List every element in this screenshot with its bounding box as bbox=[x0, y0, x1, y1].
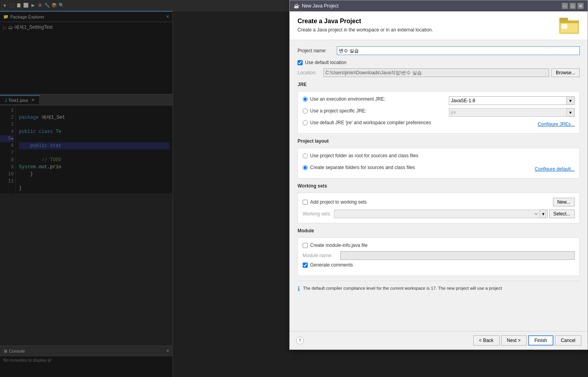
info-row: ℹ The default compiler compliance level … bbox=[298, 281, 580, 296]
location-input[interactable] bbox=[323, 68, 549, 77]
working-sets-input-row: Working sets: ▼ Select... bbox=[303, 210, 575, 218]
jre-specific-container: jre ▼ bbox=[449, 108, 575, 117]
jre-radio2-label: Use a project specific JRE: bbox=[310, 108, 366, 114]
generate-comments-label: Generate comments bbox=[310, 262, 353, 268]
add-working-sets-option: Add project to working sets bbox=[303, 199, 553, 205]
project-name-row: Project name: bbox=[298, 46, 580, 55]
default-location-row: Use default location bbox=[298, 60, 580, 65]
layout-radio2-label: Create separate folders for sources and … bbox=[310, 165, 415, 170]
dialog-header-title: Create a Java Project bbox=[298, 18, 433, 25]
select-working-set-button[interactable]: Select... bbox=[549, 210, 575, 218]
layout-radio2[interactable] bbox=[303, 165, 308, 170]
jre-radio1[interactable] bbox=[303, 97, 308, 102]
jre-radio3-option: Use default JRE 'jre' and workspace comp… bbox=[303, 120, 538, 125]
jre-specific-select: jre bbox=[449, 108, 567, 117]
module-section: Create module-info.java file Module name… bbox=[298, 237, 580, 276]
jre-radio2-option: Use a project specific JRE: bbox=[303, 108, 447, 114]
new-working-set-button[interactable]: New... bbox=[553, 198, 575, 206]
layout-radio2-row: Create separate folders for sources and … bbox=[303, 165, 575, 173]
dialog-header: Create a Java Project Create a Java proj… bbox=[290, 11, 588, 40]
dialog-folder-icon: ↑ bbox=[559, 18, 580, 35]
module-name-label: Module name: bbox=[303, 253, 338, 258]
dialog-content: Project name: Use default location Locat… bbox=[290, 40, 588, 303]
configure-jres-link[interactable]: Configure JREs... bbox=[538, 121, 575, 127]
generate-comments-checkbox[interactable] bbox=[303, 263, 308, 268]
module-name-input bbox=[340, 251, 575, 260]
configure-default-link[interactable]: Configure default... bbox=[535, 166, 575, 172]
next-button[interactable]: Next > bbox=[501, 335, 527, 346]
add-working-sets-label: Add project to working sets bbox=[310, 199, 367, 205]
jre-radio3[interactable] bbox=[303, 120, 308, 125]
dialog-header-text: Create a Java Project Create a Java proj… bbox=[298, 18, 433, 33]
info-text: The default compiler compliance level fo… bbox=[303, 285, 502, 291]
back-button[interactable]: < Back bbox=[473, 335, 500, 346]
cancel-button[interactable]: Cancel bbox=[555, 335, 581, 346]
create-module-checkbox[interactable] bbox=[303, 243, 308, 248]
jre-radio1-label: Use an execution environment JRE: bbox=[310, 96, 385, 102]
select-arrow-icon: ▼ bbox=[567, 96, 575, 105]
create-module-row: Create module-info.java file bbox=[303, 243, 575, 248]
jre-select-container: JavaSE-1.8 ▼ bbox=[449, 96, 575, 105]
working-sets-label: Working sets: bbox=[303, 211, 334, 217]
dialog-scroll[interactable]: Project name: Use default location Locat… bbox=[290, 40, 588, 331]
jre-section-title: JRE bbox=[298, 82, 580, 87]
info-icon: ℹ bbox=[298, 285, 300, 292]
footer-left: ? bbox=[296, 337, 304, 344]
jre-section: Use an execution environment JRE: JavaSE… bbox=[298, 91, 580, 134]
dialog-overlay: ☕ New Java Project ─ □ ✕ Create a Java P… bbox=[0, 11, 588, 377]
generate-comments-row: Generate comments bbox=[303, 262, 575, 268]
jre-radio1-row: Use an execution environment JRE: JavaSE… bbox=[303, 96, 575, 105]
finish-button[interactable]: Finish bbox=[528, 335, 553, 346]
project-layout-section: Use project folder as root for sources a… bbox=[298, 148, 580, 178]
add-working-sets-row: Add project to working sets New... bbox=[303, 198, 575, 206]
location-row: Location: Browse... bbox=[298, 68, 580, 77]
jre-version-select[interactable]: JavaSE-1.8 bbox=[449, 96, 567, 105]
jre-radio3-label: Use default JRE 'jre' and workspace comp… bbox=[310, 120, 431, 125]
layout-radio1-row: Use project folder as root for sources a… bbox=[303, 153, 575, 162]
location-label: Location: bbox=[298, 70, 321, 75]
create-module-label: Create module-info.java file bbox=[310, 243, 368, 248]
jre-radio3-row: Use default JRE 'jre' and workspace comp… bbox=[303, 120, 575, 129]
module-section-title: Module bbox=[298, 228, 580, 234]
dialog-footer: ? < Back Next > Finish Cancel bbox=[290, 331, 588, 349]
working-sets-section: Add project to working sets New... Worki… bbox=[298, 193, 580, 223]
jre-radio1-option: Use an execution environment JRE: bbox=[303, 96, 447, 102]
jre-radio2[interactable] bbox=[303, 109, 308, 114]
footer-buttons: < Back Next > Finish Cancel bbox=[473, 335, 581, 346]
default-location-label: Use default location bbox=[305, 60, 346, 65]
browse-button[interactable]: Browse... bbox=[551, 68, 580, 77]
default-location-checkbox[interactable] bbox=[298, 60, 303, 65]
dialog-header-subtitle: Create a Java project in the workspace o… bbox=[298, 27, 433, 33]
new-java-project-dialog: ☕ New Java Project ─ □ ✕ Create a Java P… bbox=[289, 11, 588, 350]
module-name-row: Module name: bbox=[303, 251, 575, 260]
project-name-label: Project name: bbox=[298, 48, 337, 53]
ws-select-arrow: ▼ bbox=[540, 210, 548, 218]
working-sets-title: Working sets bbox=[298, 183, 580, 189]
layout-radio1-option: Use project folder as root for sources a… bbox=[303, 153, 575, 158]
dialog-body: Create a Java Project Create a Java proj… bbox=[290, 11, 588, 349]
add-working-sets-checkbox[interactable] bbox=[303, 200, 308, 205]
working-sets-select bbox=[334, 210, 540, 218]
select-arrow2-icon: ▼ bbox=[567, 108, 575, 117]
project-layout-title: Project layout bbox=[298, 138, 580, 144]
layout-radio1[interactable] bbox=[303, 153, 308, 158]
help-button[interactable]: ? bbox=[296, 337, 304, 344]
project-name-input[interactable] bbox=[337, 46, 580, 55]
layout-radio1-label: Use project folder as root for sources a… bbox=[310, 153, 418, 158]
jre-radio2-row: Use a project specific JRE: jre ▼ bbox=[303, 108, 575, 117]
layout-radio2-option: Create separate folders for sources and … bbox=[303, 165, 535, 170]
